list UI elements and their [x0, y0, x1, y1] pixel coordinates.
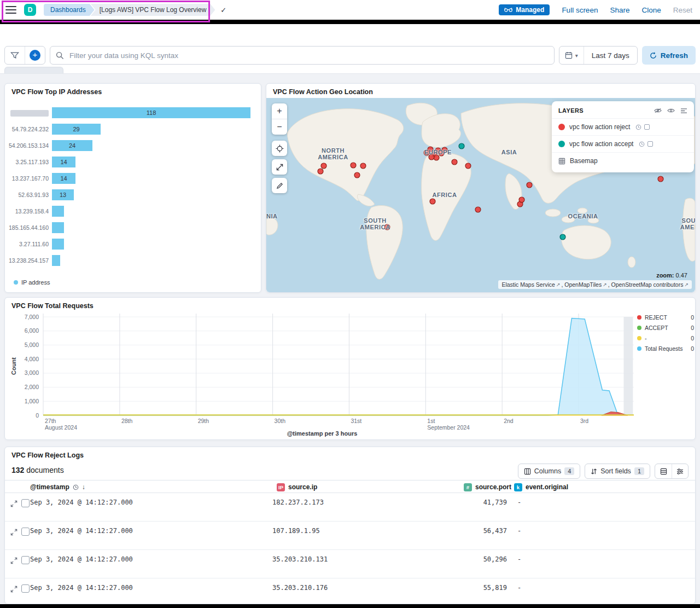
add-filter-button[interactable]: +	[25, 47, 45, 64]
eye-off-icon[interactable]	[654, 108, 662, 113]
sort-fields-button[interactable]: Sort fields 1	[585, 464, 650, 479]
bar-track	[52, 222, 261, 233]
map-point[interactable]	[321, 163, 326, 169]
zoom-out-icon[interactable]: −	[272, 119, 287, 135]
column-header-event-original[interactable]: k event.original	[514, 480, 568, 494]
ip-bar[interactable]	[52, 255, 60, 266]
expand-row-icon[interactable]	[10, 528, 18, 538]
column-header-timestamp[interactable]: @timestamp ↓	[30, 480, 85, 494]
expand-icon[interactable]	[272, 159, 287, 175]
zoom-in-icon[interactable]: +	[272, 103, 287, 119]
expand-row-icon[interactable]	[10, 500, 18, 509]
expand-row-icon[interactable]	[10, 585, 18, 595]
space-avatar[interactable]: D	[24, 4, 36, 16]
sliders-icon[interactable]	[672, 464, 688, 478]
layers-panel: LAYERS vpc flow action reject vpc flow a…	[552, 101, 694, 172]
bar-row: 52.63.91.9313	[5, 187, 261, 203]
ip-bar[interactable]: 14	[52, 157, 75, 167]
ip-bar[interactable]: 118	[52, 107, 250, 118]
source-ip-cell: 35.203.210.176	[272, 584, 328, 592]
row-checkbox[interactable]	[21, 556, 30, 564]
map-point[interactable]	[318, 169, 323, 174]
density-icon[interactable]	[655, 464, 672, 478]
layer-checkbox[interactable]	[644, 124, 650, 130]
zoom-level-indicator: zoom: 0.47	[656, 272, 687, 279]
managed-badge[interactable]: Managed	[499, 4, 550, 15]
columns-button[interactable]: Columns 4	[518, 464, 580, 479]
ip-bar[interactable]	[52, 239, 64, 250]
map-point[interactable]	[452, 159, 457, 165]
legend-item[interactable]: -0	[637, 335, 694, 341]
time-range-button[interactable]: Last 7 days	[584, 47, 637, 64]
bar-chart-legend[interactable]: IP address	[14, 279, 50, 286]
map-point[interactable]	[658, 176, 663, 182]
sort-descending-icon[interactable]: ↓	[82, 483, 85, 491]
row-checkbox[interactable]	[21, 499, 30, 507]
bar-value-label: 14	[60, 175, 67, 182]
refresh-button[interactable]: Refresh	[642, 46, 696, 65]
legend-item[interactable]: ACCEPT0	[637, 325, 694, 331]
map-point[interactable]	[442, 147, 447, 153]
row-checkbox[interactable]	[21, 528, 30, 536]
attribution-link[interactable]: , OpenStreetMap contributors	[608, 281, 684, 288]
layer-item-accept[interactable]: vpc flow action accept	[552, 135, 694, 152]
layer-item-basemap[interactable]: Basemap	[552, 152, 694, 169]
map-point[interactable]	[360, 163, 366, 169]
map-point[interactable]	[354, 172, 360, 178]
map-point[interactable]	[428, 147, 433, 152]
crosshair-icon[interactable]	[272, 141, 287, 156]
column-name: @timestamp	[30, 483, 69, 491]
layer-checkbox[interactable]	[648, 141, 653, 147]
layer-item-reject[interactable]: vpc flow action reject	[552, 118, 694, 135]
clone-button[interactable]: Clone	[641, 6, 661, 14]
ip-bar[interactable]: 13	[52, 189, 74, 200]
bar-row: 13.239.158.4	[5, 203, 261, 219]
bar-track: 13	[52, 189, 261, 200]
breadcrumb-dashboards[interactable]: Dashboards	[44, 4, 95, 16]
map-point[interactable]	[384, 224, 390, 230]
row-checkbox[interactable]	[21, 584, 30, 593]
map-point[interactable]	[430, 199, 435, 204]
kql-search-input[interactable]	[68, 51, 549, 60]
map-point[interactable]	[519, 197, 524, 202]
table-display-group	[655, 464, 689, 479]
ip-bar[interactable]: 24	[52, 140, 92, 151]
flatten-icon[interactable]	[680, 108, 687, 114]
breadcrumb-dashboard-title[interactable]: [Logs AWS] VPC Flow Log Overview	[91, 4, 215, 16]
reset-button[interactable]: Reset	[673, 6, 692, 14]
map-point[interactable]	[459, 143, 464, 149]
managed-label: Managed	[516, 6, 544, 14]
full-screen-button[interactable]: Full screen	[562, 6, 598, 14]
draw-tools-control	[272, 178, 287, 193]
add-icon: +	[30, 50, 40, 61]
menu-icon[interactable]	[5, 6, 16, 14]
expand-row-icon[interactable]	[10, 557, 18, 566]
bar-category-label: 185.165.44.160	[5, 224, 52, 231]
map-point[interactable]	[475, 207, 481, 212]
ip-bar[interactable]: 14	[52, 173, 75, 184]
svg-text:7,000: 7,000	[25, 314, 39, 320]
map-point[interactable]	[429, 154, 434, 160]
map-point[interactable]	[527, 182, 532, 188]
ip-bar[interactable]	[52, 206, 64, 217]
ip-bar[interactable]: 29	[52, 124, 101, 135]
legend-value: 0	[689, 345, 694, 352]
map-point[interactable]	[351, 163, 356, 168]
map-point[interactable]	[465, 163, 471, 169]
calendar-button[interactable]: ▾	[559, 47, 584, 64]
legend-item[interactable]: REJECT0	[637, 314, 694, 321]
ip-bar[interactable]	[52, 222, 64, 233]
column-header-source-ip[interactable]: IP source.ip	[277, 480, 317, 494]
legend-item[interactable]: Total Requests0	[637, 345, 694, 352]
map-point[interactable]	[560, 234, 565, 240]
bar-value-label: 13	[60, 192, 66, 198]
attribution-link[interactable]: Elastic Maps Service	[501, 281, 555, 288]
svg-text:6,000: 6,000	[25, 327, 39, 334]
column-header-source-port[interactable]: # source.port	[464, 480, 511, 494]
world-map[interactable]: NORTH AMERICAEUROPEASIAAFRICASOUTH AMERI…	[266, 98, 695, 292]
measure-icon[interactable]	[272, 178, 287, 193]
eye-icon[interactable]	[667, 108, 675, 113]
share-button[interactable]: Share	[610, 6, 629, 14]
attribution-link[interactable]: , OpenMapTiles	[561, 281, 602, 288]
filter-funnel-icon[interactable]	[5, 47, 25, 64]
